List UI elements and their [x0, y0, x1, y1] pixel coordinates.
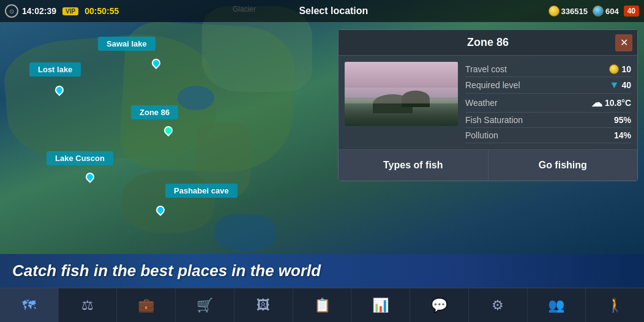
- travel-cost-label: Travel cost: [465, 64, 507, 74]
- nav-friends[interactable]: 👥: [528, 288, 586, 322]
- location-lake-cuscon[interactable]: Lake Cuscon: [47, 151, 113, 165]
- travel-cost-icon: [609, 64, 619, 74]
- tasks-nav-icon: 📋: [314, 299, 331, 312]
- level-badge: 40: [624, 6, 639, 17]
- pollution-row: Pollution 14%: [465, 128, 631, 143]
- timer-area: ⊙ 14:02:39 VIP 00:50:55: [5, 4, 119, 18]
- required-level-label: Required level: [465, 80, 520, 90]
- nav-balance[interactable]: ⚖: [59, 288, 118, 322]
- select-location-title: Select location: [119, 6, 548, 17]
- nav-equipment[interactable]: 💼: [117, 288, 176, 322]
- countdown-timer: 00:50:55: [84, 6, 119, 16]
- weather-label: Weather: [465, 98, 498, 108]
- nav-gallery[interactable]: 🖼: [234, 288, 293, 322]
- bottom-nav: 🗺 ⚖ 💼 🛒 🖼 📋 📊 💬 ⚙ 👥 🚶: [0, 288, 644, 322]
- location-lost-lake[interactable]: Lost lake: [29, 62, 81, 77]
- panel-buttons: Types of fish Go fishing: [339, 149, 637, 181]
- location-zone86[interactable]: Zone 86: [131, 105, 178, 119]
- fish-saturation-value: 95%: [614, 115, 631, 125]
- go-fishing-button[interactable]: Go fishing: [489, 150, 638, 181]
- banner-text: Catch fish in the best places in the wor…: [12, 261, 321, 280]
- zone-stats: Travel cost 10 Required level ▼ 40 Weath…: [465, 62, 631, 143]
- panel-body: Travel cost 10 Required level ▼ 40 Weath…: [339, 56, 637, 149]
- bottom-banner: Catch fish in the best places in the wor…: [0, 254, 644, 288]
- friends-nav-icon: 👥: [548, 299, 564, 312]
- gallery-nav-icon: 🖼: [256, 299, 270, 312]
- zone-image: [345, 62, 458, 126]
- required-level-value: ▼ 40: [610, 80, 631, 91]
- weather-value: ☁ 10.8°C: [591, 96, 631, 110]
- location-pashabei-cave[interactable]: Pashabei cave: [165, 184, 238, 198]
- chat-nav-icon: 💬: [431, 299, 447, 312]
- close-button[interactable]: ✕: [615, 34, 632, 51]
- nav-shop[interactable]: 🛒: [176, 288, 234, 322]
- nav-exit[interactable]: 🚶: [586, 288, 644, 322]
- nav-stats[interactable]: 📊: [351, 288, 410, 322]
- location-sawai-lake[interactable]: Sawai lake: [98, 37, 155, 51]
- panel-header: Zone 86 ✕: [339, 30, 637, 56]
- pollution-label: Pollution: [465, 130, 498, 140]
- required-level-row: Required level ▼ 40: [465, 77, 631, 94]
- zone-panel: Zone 86 ✕ Travel cost 10 Required le: [338, 29, 638, 181]
- pollution-value: 14%: [614, 130, 631, 140]
- fish-saturation-row: Fish Saturation 95%: [465, 113, 631, 128]
- weather-row: Weather ☁ 10.8°C: [465, 94, 631, 113]
- equipment-nav-icon: 💼: [138, 299, 154, 312]
- panel-title: Zone 86: [467, 36, 509, 49]
- coins-amount: 336515: [561, 7, 588, 16]
- clock-icon: ⊙: [5, 4, 18, 18]
- diamonds-amount: 604: [605, 7, 619, 16]
- shop-nav-icon: 🛒: [197, 299, 213, 312]
- fish-saturation-label: Fish Saturation: [465, 115, 523, 125]
- vip-badge: VIP: [62, 7, 78, 15]
- balance-nav-icon: ⚖: [81, 299, 94, 312]
- coins-display: 336515: [549, 6, 588, 17]
- map-nav-icon: 🗺: [22, 299, 36, 312]
- current-time: 14:02:39: [22, 6, 56, 16]
- nav-tasks[interactable]: 📋: [293, 288, 352, 322]
- coin-icon: [549, 6, 560, 17]
- types-of-fish-button[interactable]: Types of fish: [339, 150, 489, 181]
- diamonds-display: 604: [593, 6, 619, 17]
- diamond-icon: [593, 6, 604, 17]
- nav-settings[interactable]: ⚙: [469, 288, 528, 322]
- travel-cost-value: 10: [609, 64, 631, 74]
- zone-image-overlay: [345, 100, 458, 126]
- stats-nav-icon: 📊: [372, 299, 389, 312]
- nav-chat[interactable]: 💬: [410, 288, 469, 322]
- exit-nav-icon: 🚶: [607, 299, 623, 312]
- currency-area: 336515 604 40: [549, 6, 639, 17]
- top-bar: ⊙ 14:02:39 VIP 00:50:55 Select location …: [0, 0, 644, 22]
- travel-cost-row: Travel cost 10: [465, 62, 631, 77]
- settings-nav-icon: ⚙: [492, 299, 504, 312]
- nav-map[interactable]: 🗺: [0, 288, 59, 322]
- pin-lake-cuscon: [84, 171, 96, 183]
